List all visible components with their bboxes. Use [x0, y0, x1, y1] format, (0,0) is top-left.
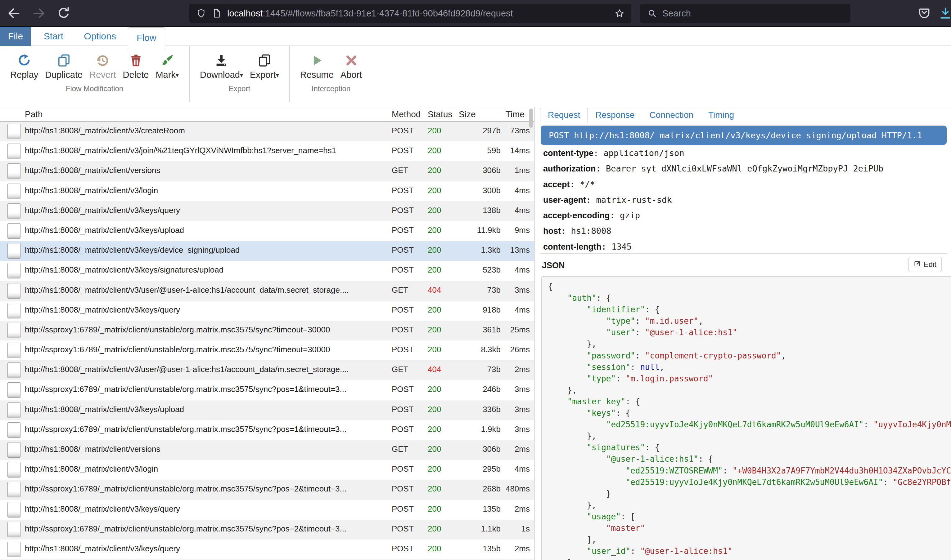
browser-toolbar: localhost:1445/#/flows/fba5f13d-91e1-437… — [0, 0, 951, 27]
download-button[interactable]: Download▾ — [200, 51, 243, 80]
flow-table: PathMethodStatusSizeTime http://hs1:8008… — [0, 107, 534, 560]
flow-status: 200 — [428, 484, 441, 494]
json-line: "auth": { — [548, 292, 951, 304]
request-header-row: accept-encoding: gzip — [543, 211, 950, 226]
menu-tab-options[interactable]: Options — [81, 27, 119, 46]
flow-file-icon — [8, 243, 20, 258]
json-body-view[interactable]: { "auth": { "identifier": { "type": "m.i… — [541, 276, 951, 560]
flow-path: http://hs1:8008/_matrix/client/versions — [25, 445, 388, 454]
flow-row[interactable]: http://ssproxy1:6789/_matrix/client/unst… — [0, 340, 534, 360]
flow-row[interactable]: http://hs1:8008/_matrix/client/v3/keys/q… — [0, 540, 534, 559]
detail-tab-connection[interactable]: Connection — [642, 108, 701, 122]
flow-row[interactable]: http://ssproxy1:6789/_matrix/client/unst… — [0, 321, 534, 340]
export-button[interactable]: Export▾ — [250, 51, 279, 80]
flow-time: 2ms — [484, 544, 530, 554]
column-header-path[interactable]: Path — [25, 109, 43, 119]
flow-row[interactable]: http://hs1:8008/_matrix/client/v3/keys/q… — [0, 500, 534, 520]
flow-time: 26ms — [484, 345, 530, 354]
flow-row[interactable]: http://hs1:8008/_matrix/client/v3/user/@… — [0, 281, 534, 301]
flow-row[interactable]: http://hs1:8008/_matrix/client/versionsG… — [0, 161, 534, 181]
request-first-line[interactable]: POST http://hs1:8008/_matrix/client/v3/k… — [541, 126, 946, 145]
flow-file-icon — [8, 442, 20, 458]
flow-status: 200 — [428, 206, 441, 215]
flow-path: http://ssproxy1:6789/_matrix/client/unst… — [25, 345, 388, 354]
request-header-name: authorization — [543, 164, 596, 173]
flow-row[interactable]: http://hs1:8008/_matrix/client/v3/create… — [0, 122, 534, 142]
flow-path: http://ssproxy1:6789/_matrix/client/unst… — [25, 385, 388, 394]
delete-icon — [123, 51, 149, 67]
column-header-method[interactable]: Method — [392, 109, 421, 119]
reload-button[interactable] — [57, 6, 71, 20]
detail-tab-response[interactable]: Response — [588, 108, 642, 122]
json-line: "@user-1-alice:hs1": { — [548, 453, 951, 465]
flow-path: http://hs1:8008/_matrix/client/versions — [25, 166, 388, 175]
downloads-icon[interactable] — [939, 6, 951, 20]
flow-row[interactable]: http://hs1:8008/_matrix/client/v3/loginP… — [0, 182, 534, 201]
bookmark-star-icon[interactable] — [614, 8, 624, 18]
flow-row[interactable]: http://hs1:8008/_matrix/client/v3/join/%… — [0, 142, 534, 161]
browser-search[interactable]: Search — [640, 4, 851, 23]
column-header-status[interactable]: Status — [428, 109, 452, 119]
mark-icon — [156, 51, 179, 67]
duplicate-button[interactable]: Duplicate — [45, 51, 83, 80]
forward-button[interactable] — [32, 6, 46, 20]
flow-table-scrollbar[interactable] — [529, 109, 533, 128]
flow-row[interactable]: http://hs1:8008/_matrix/client/v3/loginP… — [0, 460, 534, 480]
flow-row[interactable]: http://ssproxy1:6789/_matrix/client/unst… — [0, 520, 534, 540]
flow-status: 404 — [428, 285, 441, 295]
flow-path: http://hs1:8008/_matrix/client/v3/keys/s… — [25, 265, 388, 275]
pocket-icon[interactable] — [917, 6, 931, 20]
detail-tab-timing[interactable]: Timing — [701, 108, 741, 122]
request-header-value: gzip — [620, 211, 640, 220]
json-line: "type": "m.id.user", — [548, 315, 951, 327]
revert-button[interactable]: Revert — [90, 51, 116, 80]
divider — [540, 253, 947, 254]
flow-row[interactable]: http://ssproxy1:6789/_matrix/client/unst… — [0, 420, 534, 440]
request-headers: content-type: application/jsonauthorizat… — [543, 148, 950, 257]
menu-tab-start[interactable]: Start — [37, 27, 70, 46]
flow-status: 200 — [428, 385, 441, 394]
shield-icon[interactable] — [196, 8, 206, 18]
flow-time: 3ms — [484, 385, 530, 394]
flow-file-icon — [8, 542, 20, 557]
body-format-bar: JSON Edit — [542, 257, 948, 274]
abort-button[interactable]: Abort — [341, 51, 362, 80]
menu-tab-flow[interactable]: Flow — [128, 27, 165, 48]
menu-tab-file[interactable]: File — [0, 27, 31, 46]
url-bar[interactable]: localhost:1445/#/flows/fba5f13d-91e1-437… — [189, 4, 631, 23]
edit-button[interactable]: Edit — [908, 257, 942, 272]
toolbar-group-label: Export — [196, 85, 283, 93]
flow-status: 404 — [428, 365, 441, 374]
column-header-time[interactable]: Time — [484, 109, 525, 119]
flow-row[interactable]: http://hs1:8008/_matrix/client/v3/keys/u… — [0, 221, 534, 241]
caret-down-icon: ▾ — [276, 72, 279, 78]
flow-file-icon — [8, 343, 20, 358]
flow-status: 200 — [428, 225, 441, 235]
column-header-size[interactable]: Size — [459, 109, 475, 119]
flow-row[interactable]: http://ssproxy1:6789/_matrix/client/unst… — [0, 380, 534, 400]
flow-row[interactable]: http://hs1:8008/_matrix/client/v3/keys/s… — [0, 261, 534, 281]
replay-button[interactable]: Replay — [10, 51, 38, 80]
mitmweb-header: FileStartOptionsFlow ReplayDuplicateReve… — [0, 27, 951, 107]
resume-button[interactable]: Resume — [300, 51, 333, 80]
flow-row[interactable]: http://hs1:8008/_matrix/client/v3/keys/u… — [0, 400, 534, 420]
flow-row[interactable]: http://hs1:8008/_matrix/client/versionsG… — [0, 440, 534, 460]
page-icon[interactable] — [212, 8, 222, 18]
request-header-name: accept-encoding — [543, 211, 610, 220]
flow-method: POST — [392, 425, 414, 434]
flow-time: 3ms — [484, 405, 530, 414]
back-button[interactable] — [7, 6, 21, 20]
flow-file-icon — [8, 203, 20, 219]
flow-row[interactable]: http://hs1:8008/_matrix/client/v3/keys/q… — [0, 201, 534, 221]
mark-button[interactable]: Mark▾ — [156, 51, 179, 80]
flow-time: 2ms — [484, 445, 530, 454]
flow-row[interactable]: http://hs1:8008/_matrix/client/v3/keys/d… — [0, 241, 534, 261]
delete-button[interactable]: Delete — [123, 51, 149, 80]
detail-tab-request[interactable]: Request — [540, 108, 588, 123]
download-icon — [200, 51, 243, 67]
flow-row[interactable]: http://ssproxy1:6789/_matrix/client/unst… — [0, 480, 534, 500]
flow-path: http://hs1:8008/_matrix/client/v3/keys/q… — [25, 305, 388, 315]
flow-row[interactable]: http://hs1:8008/_matrix/client/v3/user/@… — [0, 360, 534, 380]
request-header-row: accept: */* — [543, 180, 950, 195]
flow-row[interactable]: http://hs1:8008/_matrix/client/v3/keys/q… — [0, 301, 534, 321]
